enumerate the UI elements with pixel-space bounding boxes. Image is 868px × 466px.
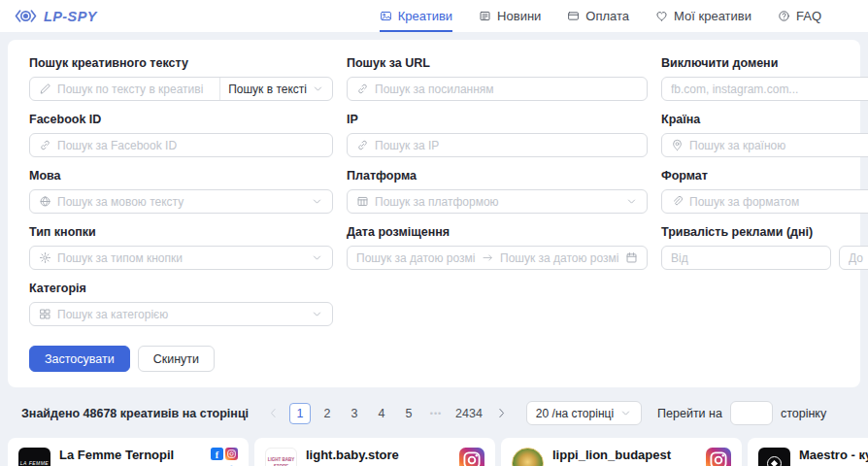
page-button-2[interactable]: 2 xyxy=(317,403,338,424)
grid-icon xyxy=(39,308,51,320)
page-button-3[interactable]: 3 xyxy=(344,403,365,424)
page-button-1[interactable]: 1 xyxy=(289,403,311,424)
field-label: Виключити домени xyxy=(661,56,868,70)
field-label: Мова xyxy=(29,169,333,183)
date-range-picker[interactable]: Пошук за датою розміщення Пошук за датою… xyxy=(347,246,648,270)
chevron-down-icon xyxy=(312,83,324,95)
network-icons: f xyxy=(211,448,238,466)
app-header: LP-SPY Креативи Новини Оплата Мої креати… xyxy=(0,0,868,32)
paperclip-icon xyxy=(671,195,684,208)
field-duration: Тривалість реклами (дні) xyxy=(661,225,868,270)
link-icon xyxy=(356,139,369,151)
platform-icon xyxy=(356,195,369,208)
creative-card[interactable]: lippi_lion_budapest 2025-11-20 21:02:03 … xyxy=(501,438,742,466)
tab-faq[interactable]: FAQ xyxy=(778,0,821,32)
field-label: Тривалість реклами (дні) xyxy=(661,225,868,239)
facebook-icon: f xyxy=(211,448,223,460)
creative-text-input[interactable] xyxy=(57,83,205,96)
calendar-icon xyxy=(625,251,638,264)
page-size-value: 20 /на сторінці xyxy=(536,407,614,420)
avatar: LIGHT BABY STORE xyxy=(265,448,297,466)
url-input[interactable] xyxy=(375,83,638,96)
tab-my-creatives[interactable]: Мої креативи xyxy=(655,0,751,32)
field-label: Тип кнопки xyxy=(29,225,333,239)
tab-label: Креативи xyxy=(398,9,452,23)
tab-label: Мої креативи xyxy=(674,9,751,23)
field-exclude-domains: Виключити домени xyxy=(661,56,868,101)
goto-suffix: сторінку xyxy=(781,407,826,420)
image-icon xyxy=(380,10,392,22)
goto-page-input[interactable] xyxy=(730,401,773,425)
pencil-icon xyxy=(39,83,51,95)
field-label: IP xyxy=(347,113,648,126)
tab-label: Новини xyxy=(497,9,541,23)
main-nav: Креативи Новини Оплата Мої креативи FAQ xyxy=(380,0,821,32)
creative-card[interactable]: Maestro - кухні, ме замовлення в Ужго 20… xyxy=(748,438,868,466)
translate-icon xyxy=(39,195,51,208)
select-placeholder: Пошук за категорією xyxy=(57,308,305,321)
chevron-down-icon xyxy=(625,195,638,208)
instagram-icon xyxy=(225,448,238,463)
brand-name: LP-SPY xyxy=(44,9,97,24)
page-size-select[interactable]: 20 /на сторінці xyxy=(526,401,642,425)
tab-news[interactable]: Новини xyxy=(479,0,541,32)
next-page-button[interactable] xyxy=(491,403,513,424)
question-icon xyxy=(778,10,790,22)
news-icon xyxy=(479,10,491,22)
button-type-select[interactable]: Пошук за типом кнопки xyxy=(29,246,333,270)
category-select[interactable]: Пошук за категорією xyxy=(29,302,333,326)
field-label: Категорія xyxy=(29,282,333,295)
avatar xyxy=(512,448,544,466)
network-icons xyxy=(459,448,484,466)
link-icon xyxy=(39,139,51,151)
creatives-list: LA FEMME La Femme Ternopil 2025-11-20 21… xyxy=(0,438,868,466)
field-country: Країна xyxy=(661,113,868,157)
mode-value: Пошук в тексті xyxy=(228,83,307,96)
avatar xyxy=(758,448,790,466)
heart-icon xyxy=(655,10,668,22)
reset-button[interactable]: Скинути xyxy=(138,346,215,372)
page-button-4[interactable]: 4 xyxy=(371,403,392,424)
format-input[interactable] xyxy=(689,195,868,209)
link-icon xyxy=(356,83,369,95)
page-button-last[interactable]: 2434 xyxy=(452,403,485,424)
network-icons xyxy=(706,448,731,466)
chevron-down-icon xyxy=(311,195,323,208)
field-platform: Платформа Пошук за платформою xyxy=(347,169,648,214)
card-title: La Femme Ternopil xyxy=(59,448,202,463)
tab-creatives[interactable]: Креативи xyxy=(380,0,452,32)
tab-payment[interactable]: Оплата xyxy=(567,0,629,32)
platform-select[interactable]: Пошук за платформою xyxy=(347,189,648,214)
location-pin-icon xyxy=(671,139,684,151)
text-search-mode-select[interactable]: Пошук в тексті xyxy=(219,78,332,100)
apply-button[interactable]: Застосувати xyxy=(29,346,130,372)
facebook-id-input[interactable] xyxy=(57,139,323,152)
exclude-domains-input[interactable] xyxy=(671,83,868,96)
field-label: Платформа xyxy=(347,169,648,183)
creative-card[interactable]: LIGHT BABY STORE light.baby.store 2025-1… xyxy=(254,438,495,466)
creative-card[interactable]: LA FEMME La Femme Ternopil 2025-11-20 21… xyxy=(8,438,249,466)
chevron-right-icon xyxy=(495,407,508,419)
prev-page-button[interactable] xyxy=(262,403,284,424)
goto-label: Перейти на xyxy=(657,407,722,420)
chevron-down-icon xyxy=(619,407,632,419)
language-select[interactable]: Пошук за мовою тексту xyxy=(29,189,333,214)
select-placeholder: Пошук за платформою xyxy=(375,195,619,209)
arrow-right-icon xyxy=(482,251,494,264)
filters-panel: Пошук креативного тексту Пошук в тексті … xyxy=(8,40,860,387)
card-title: light.baby.store xyxy=(306,448,451,463)
field-format: Формат xyxy=(661,169,868,214)
results-bar: Знайдено 48678 креативів на сторінці 1 2… xyxy=(21,401,860,425)
field-ip: IP xyxy=(347,113,648,157)
field-button-type: Тип кнопки Пошук за типом кнопки xyxy=(29,225,333,270)
field-creative-text: Пошук креативного тексту Пошук в тексті xyxy=(29,56,333,101)
field-facebook-id: Facebook ID xyxy=(29,113,333,157)
duration-from-input[interactable] xyxy=(671,251,821,265)
card-title: lippi_lion_budapest xyxy=(552,448,697,463)
page-button-5[interactable]: 5 xyxy=(398,403,419,424)
ip-input[interactable] xyxy=(375,139,638,152)
country-input[interactable] xyxy=(689,139,868,152)
duration-to-input[interactable] xyxy=(849,251,868,265)
pages-ellipsis[interactable]: ••• xyxy=(425,403,447,424)
brand-logo[interactable]: LP-SPY xyxy=(14,8,97,24)
